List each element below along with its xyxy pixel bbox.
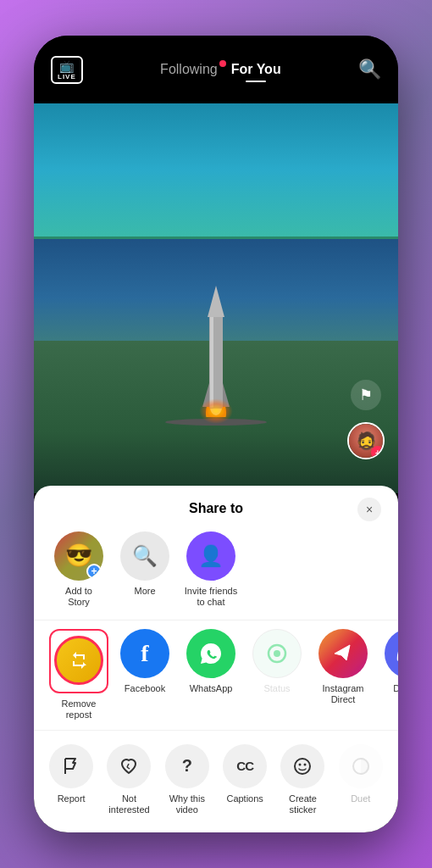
- apps-row: Removerepost f Facebook WhatsApp: [34, 626, 398, 724]
- phone-frame: 📺 LIVE Following For You 🔍: [34, 36, 398, 832]
- svg-point-12: [299, 763, 302, 765]
- svg-point-8: [274, 650, 280, 657]
- share-item-instagram[interactable]: InstagramDirect: [312, 629, 374, 705]
- tab-following[interactable]: Following: [160, 62, 218, 77]
- search-icon[interactable]: 🔍: [358, 58, 381, 81]
- separator-2: [34, 730, 398, 731]
- svg-rect-3: [210, 316, 213, 408]
- live-badge: 📺 LIVE: [51, 56, 83, 84]
- facebook-icon: f: [120, 629, 169, 678]
- action-item-why-video[interactable]: ? Why thisvideo: [158, 744, 216, 815]
- captions-label: Captions: [226, 793, 263, 804]
- flag-button[interactable]: ⚑: [351, 380, 381, 410]
- sticker-icon-svg: [292, 756, 313, 776]
- facebook-label: Facebook: [125, 683, 165, 694]
- share-row-1: 😎 + Add toStory 🔍 More 👤 Invite friendst…: [34, 525, 398, 615]
- share-item-discord[interactable]: Discord: [378, 629, 398, 694]
- share-bottom-sheet: Share to × 😎 + Add toStory 🔍 More: [34, 486, 398, 832]
- whatsapp-icon: [186, 629, 235, 678]
- instagram-icon: [318, 629, 368, 678]
- status-icon: [252, 629, 302, 678]
- svg-line-10: [127, 767, 130, 769]
- add-story-icon: 😎 +: [54, 531, 103, 581]
- action-item-not-interested[interactable]: Notinterested: [100, 744, 158, 815]
- follow-plus-badge: +: [371, 446, 385, 459]
- svg-point-11: [295, 759, 310, 774]
- svg-line-9: [127, 764, 129, 767]
- remove-repost-outer-border: [49, 629, 108, 693]
- captions-icon: CC: [223, 744, 267, 788]
- discord-icon-svg: [396, 643, 398, 664]
- invite-icon: 👤: [186, 531, 235, 581]
- sheet-title: Share to: [189, 501, 243, 516]
- share-item-whatsapp[interactable]: WhatsApp: [180, 629, 242, 694]
- action-item-report[interactable]: Report: [42, 744, 100, 804]
- notification-dot: [219, 60, 226, 67]
- create-sticker-label: Createsticker: [289, 793, 317, 815]
- remove-repost-label: Removerepost: [62, 698, 97, 721]
- svg-marker-4: [208, 286, 224, 317]
- invite-label: Invite friendsto chat: [185, 586, 237, 608]
- live-text: LIVE: [58, 73, 76, 81]
- share-item-facebook[interactable]: f Facebook: [114, 629, 176, 694]
- discord-icon: [385, 629, 398, 678]
- story-plus-badge: +: [86, 564, 102, 579]
- duet-label: Duet: [351, 793, 370, 804]
- sheet-header: Share to ×: [34, 486, 398, 525]
- tv-icon: 📺: [59, 59, 74, 73]
- top-bar: 📺 LIVE Following For You 🔍: [34, 36, 398, 103]
- action-item-create-sticker[interactable]: Createsticker: [274, 744, 331, 815]
- heart-broken-icon: [119, 757, 138, 776]
- close-button[interactable]: ×: [357, 498, 381, 521]
- status-icon-svg: [264, 641, 290, 666]
- share-item-more[interactable]: 🔍 More: [114, 531, 176, 597]
- whatsapp-label: WhatsApp: [190, 683, 233, 694]
- report-icon: [49, 744, 93, 788]
- more-icon: 🔍: [120, 531, 169, 581]
- discord-label: Discord: [393, 683, 398, 694]
- create-sticker-icon: [280, 744, 324, 788]
- exhaust-glow: [199, 398, 233, 424]
- share-item-remove-repost[interactable]: Removerepost: [47, 629, 110, 721]
- add-story-label: Add toStory: [65, 586, 92, 608]
- share-item-status[interactable]: Status: [246, 629, 308, 694]
- not-interested-icon: [107, 744, 151, 788]
- whatsapp-icon-svg: [198, 641, 224, 666]
- instagram-direct-icon-svg: [331, 642, 355, 665]
- more-label: More: [134, 586, 155, 597]
- share-item-add-story[interactable]: 😎 + Add toStory: [47, 531, 110, 608]
- separator-1: [34, 620, 398, 620]
- tab-for-you[interactable]: For You: [231, 62, 281, 77]
- repost-icon-svg: [67, 648, 91, 672]
- duet-icon: [339, 744, 383, 788]
- why-video-label: Why thisvideo: [169, 793, 205, 815]
- rocket-svg: [199, 281, 233, 417]
- ocean-bg: [34, 103, 398, 239]
- creator-avatar[interactable]: 🧔 +: [347, 422, 385, 459]
- action-item-duet[interactable]: Duet: [332, 744, 390, 804]
- actions-row: Report Notinterested ? Why thisvide: [34, 736, 398, 815]
- report-label: Report: [58, 793, 86, 804]
- side-actions: ⚑ 🧔 +: [347, 380, 385, 459]
- nav-tabs: Following For You: [160, 62, 281, 77]
- not-interested-label: Notinterested: [108, 793, 149, 815]
- svg-point-13: [304, 763, 307, 765]
- share-item-invite[interactable]: 👤 Invite friendsto chat: [180, 531, 242, 608]
- why-video-icon: ?: [165, 744, 209, 788]
- video-area: ⚑ 🧔 +: [34, 103, 398, 493]
- remove-repost-icon: [54, 636, 103, 685]
- action-item-captions[interactable]: CC Captions: [216, 744, 274, 804]
- instagram-label: InstagramDirect: [323, 683, 364, 705]
- status-label: Status: [263, 683, 290, 694]
- report-flag-icon: [62, 757, 80, 776]
- duet-icon-svg: [351, 756, 371, 776]
